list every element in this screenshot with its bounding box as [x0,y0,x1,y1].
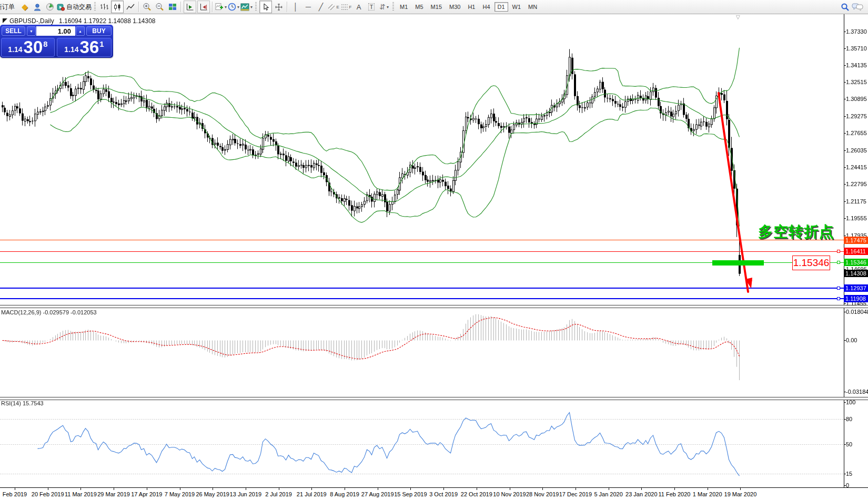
volume-input[interactable] [36,26,75,36]
bid-big-digits: 30 [24,39,43,55]
timeframe-m15-button[interactable]: M15 [428,2,445,12]
templates-button[interactable]: ▾ [240,1,253,13]
green-highlight-bar[interactable] [712,260,764,266]
turning-point-annotation[interactable]: 多空转折点 [758,222,834,242]
timeframe-h1-button[interactable]: H1 [465,2,478,12]
clock-icon [228,3,236,11]
arrows-tool[interactable]: ⇵ ▾ [378,1,390,13]
indicators-button[interactable]: ▾ [215,1,227,13]
axis-tick-label: 0.00 [846,337,857,343]
date-tick-mark [510,488,510,490]
chart-title-symbol: GBPUSD-,Daily [9,17,54,25]
date-tick-mark [410,488,411,490]
price-badge: 1.11908 [844,295,868,302]
arrows-icon: ⇵ [379,3,386,11]
fibonacci-tool[interactable]: F [340,1,352,13]
periods-button[interactable]: ▾ [228,1,239,13]
pane-divider[interactable] [0,397,868,400]
zoom-out-button[interactable] [154,1,166,13]
toolbar-right-group [839,0,864,14]
vertical-line-tool[interactable]: │ [290,1,301,13]
pane-divider[interactable] [0,305,868,308]
macd-pane-canvas[interactable] [0,308,844,396]
toolbar-grip[interactable] [255,2,257,12]
timeframe-d1-button[interactable]: D1 [494,2,508,12]
ask-price-box[interactable]: 1.14 36 1 [57,38,112,57]
horizontal-level-line[interactable] [0,251,844,252]
date-tick-mark [477,488,477,490]
timeframe-mn-button[interactable]: MN [525,2,540,12]
timeframe-h4-button[interactable]: H4 [479,2,493,12]
level-line-handle[interactable] [837,261,840,264]
history-center-icon[interactable]: ◆ [19,1,31,13]
date-tick-label: 26 May 2019 [196,491,229,497]
axis-tick-label: 100 [846,399,855,405]
bid-price-box[interactable]: 1.14 30 8 [1,38,55,57]
toolbar-grip[interactable] [94,2,96,12]
date-tick-label: 15 Sep 2019 [394,491,427,497]
toolbar-grip[interactable] [392,2,394,12]
price-tick-label: 1.26035 [846,147,867,154]
chart-shift-marker-icon[interactable]: ▽ [736,14,740,20]
date-tick-label: 28 Nov 2019 [526,491,559,497]
search-icon [841,3,850,12]
horizontal-level-line[interactable] [0,240,844,240]
auto-trading-button[interactable]: 自动交易 [57,1,92,13]
chat-button[interactable] [852,1,863,13]
level-line-handle[interactable] [837,287,840,290]
horizontal-level-line[interactable] [0,298,844,299]
date-tick-mark [48,488,48,490]
date-tick-mark [213,488,213,490]
date-tick-label: 27 Aug 2019 [361,491,394,497]
volume-increase-button[interactable]: ▲ [76,26,85,36]
crosshair-icon [275,3,283,11]
horizontal-line-tool[interactable]: ─ [302,1,314,13]
bid-pip-digit: 8 [43,39,47,48]
expert-advisor-icon[interactable] [32,1,43,13]
timeframe-m5-button[interactable]: M5 [412,2,426,12]
candlestick-chart-button[interactable] [111,1,124,13]
date-tick-label: 1 Mar 2020 [693,491,722,497]
date-tick-label: Feb 2019 [3,491,27,497]
date-tick-mark [114,488,114,490]
axis-tick-label: -0.031847 [846,389,868,395]
date-tick-label: 13 Jun 2019 [230,491,262,497]
timeframe-m1-button[interactable]: M1 [397,2,411,12]
crosshair-tool-button[interactable] [273,1,285,13]
tile-windows-button[interactable] [167,1,178,13]
date-tick-label: 8 Aug 2019 [330,491,359,497]
level-line-handle[interactable] [837,250,840,253]
equidistant-channel-tool[interactable]: E [328,1,339,13]
auto-scroll-button[interactable] [184,1,196,13]
bar-chart-button[interactable] [98,1,110,13]
text-label-tool[interactable]: T [366,1,377,13]
date-tick-label: 7 May 2019 [165,491,195,497]
cursor-tool-button[interactable] [259,1,272,13]
axis-tick-label: 0.018048 [846,309,868,315]
date-tick-label: 10 Nov 2019 [493,491,526,497]
line-chart-button[interactable] [125,1,136,13]
sell-button[interactable]: SELL [2,26,25,36]
date-tick-mark [279,488,279,490]
search-button[interactable] [839,1,851,13]
chevron-down-icon: ▾ [237,5,239,9]
zoom-in-button[interactable] [142,1,153,13]
text-tool[interactable]: A [353,1,365,13]
axis-tick-label: 0 [846,482,849,488]
volume-decrease-button[interactable]: ▼ [27,26,36,36]
price-level-label-box[interactable]: 1.15346 [792,256,830,270]
buy-button[interactable]: BUY [86,26,112,36]
new-order-button[interactable]: 新订单 [0,1,18,13]
data-feed-icon[interactable] [44,1,56,13]
date-tick-mark [740,488,741,490]
date-tick-mark [708,488,708,490]
level-line-handle[interactable] [837,297,840,300]
price-badge: 1.15346 [844,259,868,266]
trendline-tool[interactable]: ╱ [315,1,327,13]
rsi-pane-canvas[interactable] [0,400,844,487]
chart-shift-button[interactable] [197,1,210,13]
date-tick-label: 20 Feb 2019 [32,491,64,497]
timeframe-w1-button[interactable]: W1 [509,2,524,12]
timeframe-m30-button[interactable]: M30 [446,2,463,12]
horizontal-level-line[interactable] [0,288,844,289]
